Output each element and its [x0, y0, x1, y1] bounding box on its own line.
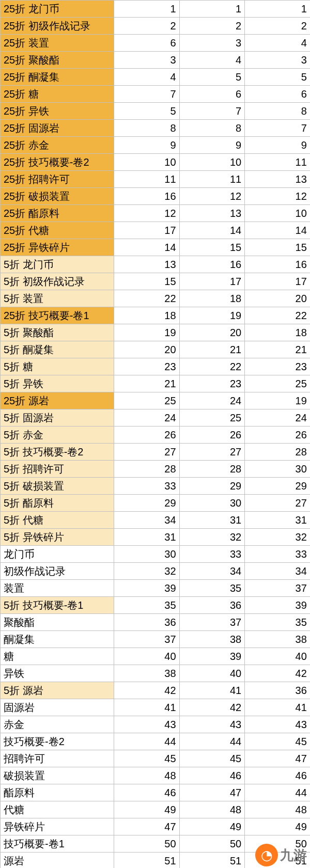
item-label: 5折 招聘许可 [1, 461, 114, 478]
table-row: 25折 招聘许可111113 [1, 171, 311, 188]
table-row: 25折 酮凝集455 [1, 69, 311, 86]
rank-cell: 25 [179, 409, 245, 427]
table-row: 龙门币303333 [1, 546, 311, 563]
rank-cell: 31 [114, 529, 180, 546]
item-label: 破损装置 [1, 767, 114, 784]
rank-cell: 33 [245, 546, 310, 563]
rank-cell: 15 [114, 273, 180, 290]
item-label: 5折 异铁 [1, 375, 114, 392]
item-label: 25折 异铁 [1, 103, 114, 120]
rank-cell: 45 [114, 750, 180, 767]
rank-cell: 2 [179, 18, 245, 35]
rank-cell: 28 [245, 444, 310, 461]
table-row: 酯原料464744 [1, 784, 311, 801]
item-label: 源岩 [1, 853, 114, 869]
rank-cell: 48 [179, 801, 245, 818]
item-label: 25折 聚酸酯 [1, 52, 114, 69]
rank-cell: 46 [114, 784, 180, 801]
rank-cell: 35 [179, 580, 245, 597]
rank-cell: 44 [179, 733, 245, 750]
rank-cell: 34 [245, 563, 310, 580]
item-label: 25折 异铁碎片 [1, 239, 114, 256]
item-label: 糖 [1, 648, 114, 665]
table-row: 25折 聚酸酯343 [1, 52, 311, 69]
table-row: 5折 聚酸酯192018 [1, 324, 311, 341]
table-row: 25折 糖766 [1, 86, 311, 103]
rank-cell: 3 [179, 35, 245, 52]
rank-cell: 6 [114, 35, 180, 52]
rank-cell: 23 [245, 358, 310, 375]
table-row: 25折 异铁578 [1, 103, 311, 120]
item-label: 技巧概要-卷1 [1, 835, 114, 853]
rank-cell: 17 [114, 222, 180, 239]
table-row: 代糖494848 [1, 801, 311, 818]
rank-cell: 11 [179, 171, 245, 188]
item-label: 5折 异铁碎片 [1, 529, 114, 546]
rank-cell: 40 [245, 648, 310, 665]
rank-cell: 33 [114, 478, 180, 495]
rank-cell: 1 [114, 1, 180, 18]
rank-cell: 13 [245, 171, 310, 188]
rank-cell: 50 [179, 835, 245, 853]
rank-cell: 16 [114, 188, 180, 205]
table-row: 25折 赤金999 [1, 137, 311, 154]
item-label: 25折 破损装置 [1, 188, 114, 205]
rank-cell: 10 [114, 154, 180, 171]
table-row: 25折 酯原料121310 [1, 205, 311, 222]
rank-cell: 24 [245, 409, 310, 427]
table-row: 25折 代糖171414 [1, 222, 311, 239]
rank-cell: 51 [179, 853, 245, 869]
rank-cell: 10 [245, 205, 310, 222]
rank-cell: 29 [114, 495, 180, 512]
rank-cell: 22 [245, 307, 310, 324]
item-label: 5折 龙门币 [1, 256, 114, 273]
table-row: 25折 源岩252419 [1, 392, 311, 409]
rank-cell: 8 [245, 103, 310, 120]
table-row: 5折 龙门币131616 [1, 256, 311, 273]
item-label: 25折 初级作战记录 [1, 18, 114, 35]
rank-cell: 24 [114, 409, 180, 427]
item-label: 5折 酮凝集 [1, 341, 114, 358]
rank-cell: 48 [114, 767, 180, 784]
rank-cell: 49 [245, 818, 310, 835]
rank-cell: 18 [114, 307, 180, 324]
item-label: 5折 源岩 [1, 682, 114, 699]
rank-cell: 42 [245, 665, 310, 682]
item-label: 酮凝集 [1, 631, 114, 648]
table-row: 25折 技巧概要-卷1181922 [1, 307, 311, 324]
table-row: 5折 异铁碎片313232 [1, 529, 311, 546]
table-row: 5折 赤金262626 [1, 427, 311, 444]
rank-cell: 32 [179, 529, 245, 546]
item-label: 25折 糖 [1, 86, 114, 103]
rank-cell: 1 [245, 1, 310, 18]
item-label: 5折 技巧概要-卷2 [1, 444, 114, 461]
rank-cell: 39 [245, 597, 310, 614]
rank-cell: 47 [245, 750, 310, 767]
rank-cell: 41 [245, 699, 310, 716]
rank-cell: 7 [245, 120, 310, 137]
rank-cell: 48 [245, 801, 310, 818]
item-label: 酯原料 [1, 784, 114, 801]
rank-cell: 45 [179, 750, 245, 767]
rank-cell: 17 [245, 273, 310, 290]
rank-cell: 26 [245, 427, 310, 444]
logo-icon [255, 844, 278, 866]
rank-cell: 34 [114, 512, 180, 529]
item-label: 5折 糖 [1, 358, 114, 375]
rank-cell: 26 [114, 427, 180, 444]
rank-cell: 5 [179, 69, 245, 86]
rank-cell: 49 [179, 818, 245, 835]
rank-cell: 30 [245, 461, 310, 478]
table-row: 异铁碎片474949 [1, 818, 311, 835]
rank-cell: 25 [114, 392, 180, 409]
table-row: 初级作战记录323434 [1, 563, 311, 580]
rank-cell: 36 [114, 614, 180, 631]
rank-cell: 1 [179, 1, 245, 18]
rank-cell: 31 [179, 512, 245, 529]
rank-cell: 50 [114, 835, 180, 853]
table-row: 5折 代糖343131 [1, 512, 311, 529]
rank-cell: 9 [114, 137, 180, 154]
rank-cell: 44 [245, 784, 310, 801]
rank-cell: 28 [179, 461, 245, 478]
item-label: 25折 源岩 [1, 392, 114, 409]
